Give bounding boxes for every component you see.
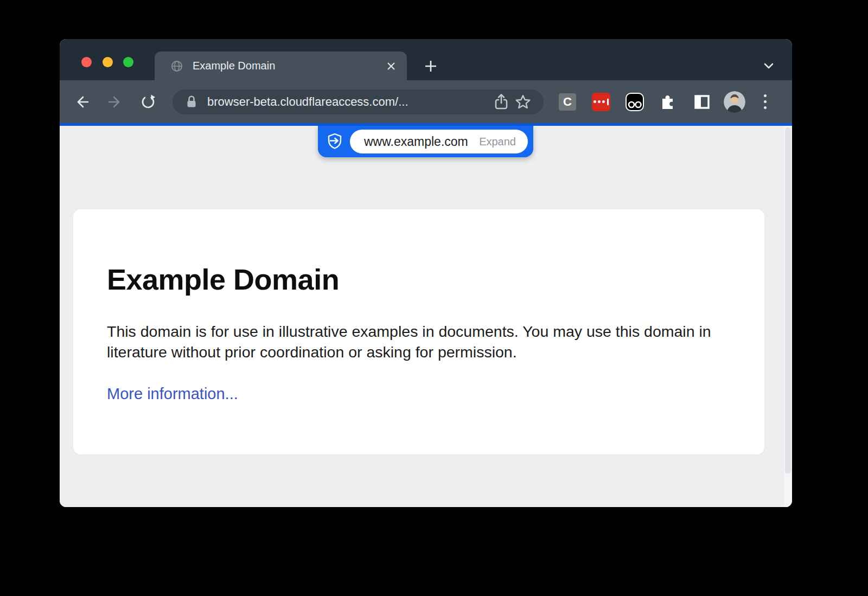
page-title: Example Domain — [107, 262, 731, 296]
shield-arrow-icon — [327, 132, 343, 151]
bookmark-star-icon[interactable] — [512, 91, 534, 113]
forward-icon[interactable] — [103, 89, 127, 114]
page-paragraph: This domain is for use in illustrative e… — [107, 321, 731, 362]
url-text: browser-beta.cloudflareaccess.com/... — [207, 95, 490, 109]
access-domain-text: www.example.com — [364, 134, 469, 149]
scrollbar-thumb[interactable] — [785, 127, 791, 473]
kebab-menu-icon[interactable] — [755, 92, 775, 112]
tab-strip: Example Domain — [60, 39, 792, 80]
address-bar[interactable]: browser-beta.cloudflareaccess.com/... — [173, 89, 544, 114]
access-domain-pill[interactable]: www.example.com Expand — [350, 130, 528, 153]
page-viewport: www.example.com Expand Example Domain Th… — [60, 126, 792, 507]
traffic-minimize-button[interactable] — [103, 57, 113, 67]
back-icon[interactable] — [69, 89, 94, 114]
globe-favicon-icon — [171, 60, 183, 72]
profile-avatar[interactable] — [724, 91, 745, 113]
puzzle-extensions-icon[interactable] — [659, 92, 678, 112]
tab-example-domain[interactable]: Example Domain — [155, 52, 407, 80]
share-icon[interactable] — [490, 91, 512, 113]
access-domain-bar: www.example.com Expand — [318, 126, 533, 157]
traffic-zoom-button[interactable] — [123, 57, 133, 67]
lastpass-extension-icon[interactable] — [591, 92, 611, 112]
toolbar: browser-beta.cloudflareaccess.com/... C — [60, 80, 792, 123]
traffic-close-button[interactable] — [81, 57, 92, 67]
new-tab-button[interactable] — [420, 55, 442, 77]
reload-icon[interactable] — [136, 89, 161, 114]
scrollbar-track[interactable] — [784, 126, 792, 507]
more-information-link[interactable]: More information... — [107, 385, 238, 403]
chevron-down-icon[interactable] — [758, 56, 779, 75]
tab-close-icon[interactable] — [383, 58, 399, 74]
content-card: Example Domain This domain is for use in… — [73, 209, 764, 454]
lock-icon[interactable] — [184, 94, 199, 110]
extensions-row: C — [558, 92, 712, 112]
browser-window: Example Domain — [60, 39, 792, 507]
c-extension-icon[interactable]: C — [558, 92, 577, 112]
access-expand-button[interactable]: Expand — [479, 136, 516, 148]
tab-title: Example Domain — [193, 60, 383, 72]
dual-circle-extension-icon[interactable] — [625, 92, 644, 112]
side-panel-icon[interactable] — [692, 92, 712, 112]
